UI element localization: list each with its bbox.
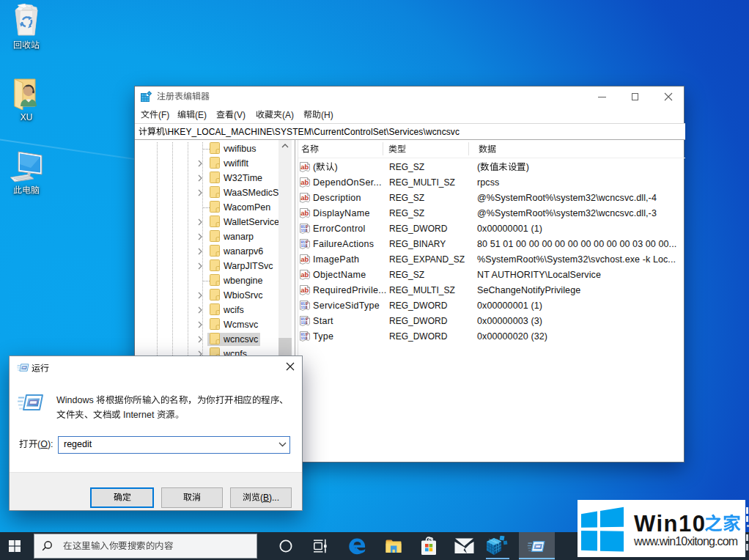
svg-text:ab: ab — [300, 209, 309, 217]
svg-text:ab: ab — [300, 194, 309, 202]
svg-text:1: 1 — [306, 306, 308, 309]
svg-text:1: 1 — [306, 336, 308, 340]
svg-text:ab: ab — [300, 255, 309, 263]
svg-text:ab: ab — [300, 270, 309, 279]
svg-text:1: 1 — [306, 321, 308, 325]
svg-text:1: 1 — [306, 229, 308, 232]
svg-text:ab: ab — [300, 163, 309, 171]
svg-text:1: 1 — [306, 244, 308, 248]
svg-text:ab: ab — [300, 286, 309, 294]
svg-text:ab: ab — [300, 178, 309, 186]
